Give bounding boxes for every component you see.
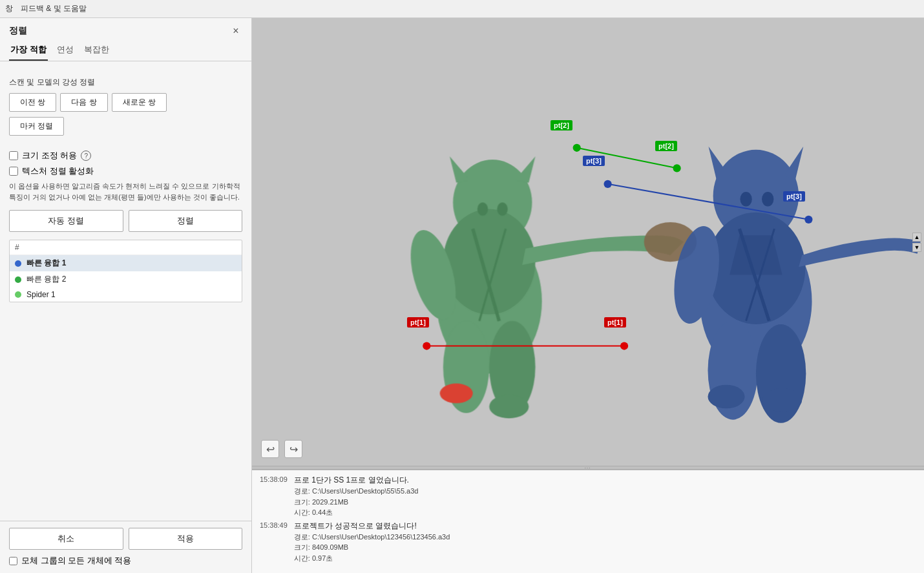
svg-point-5 bbox=[443, 209, 536, 315]
list-item-2[interactable]: Spider 1 bbox=[10, 287, 242, 302]
redo-button[interactable]: ↪ bbox=[284, 440, 302, 458]
tab-complex[interactable]: 복잡한 bbox=[83, 41, 110, 61]
footer-buttons-row: 취소 적용 bbox=[9, 528, 242, 550]
log-time-0: 15:38:09 bbox=[260, 474, 288, 518]
marker-align-button[interactable]: 마커 정렬 bbox=[9, 117, 64, 136]
svg-point-24 bbox=[740, 192, 751, 206]
log-line-1-1: 경로: C:\Users\User\Desktop\123456\123456.… bbox=[294, 532, 450, 543]
main-layout: 정렬 × 가장 적합 연성 복잡한 스캔 및 모델의 강성 정렬 이전 쌍 다음… bbox=[0, 18, 924, 573]
section-scan-model-title: 스캔 및 모델의 강성 정렬 bbox=[9, 77, 242, 88]
log-content-1: 프로젝트가 성공적으로 열렸습니다! 경로: C:\Users\User\Des… bbox=[294, 520, 450, 564]
tab-best-fit[interactable]: 가장 적합 bbox=[9, 41, 48, 61]
dot-blue-0 bbox=[15, 260, 21, 267]
log-line-1-0: 프로젝트가 성공적으로 열렸습니다! bbox=[294, 520, 450, 532]
texture-align-row: 텍스처 정렬 활성화 bbox=[9, 165, 242, 177]
cancel-button[interactable]: 취소 bbox=[9, 528, 123, 550]
item-label-2: Spider 1 bbox=[26, 290, 56, 299]
undo-button[interactable]: ↩ bbox=[261, 440, 279, 458]
prev-pair-button[interactable]: 이전 쌍 bbox=[9, 93, 56, 112]
svg-point-12 bbox=[478, 202, 488, 215]
viewport-background bbox=[252, 18, 924, 466]
svg-point-10 bbox=[440, 384, 473, 404]
right-area: pt[1] pt[1] pt[2] pt[2] pt[3] pt[3] ↩ ↪ … bbox=[252, 18, 924, 573]
log-entry-1: 15:38:49 프로젝트가 성공적으로 열렸습니다! 경로: C:\Users… bbox=[260, 520, 916, 564]
log-entry-0: 15:38:09 프로 1단가 SS 1프로 열었습니다. 경로: C:\Use… bbox=[260, 474, 916, 518]
svg-point-29 bbox=[423, 342, 430, 349]
left-panel: 정렬 × 가장 적합 연성 복잡한 스캔 및 모델의 강성 정렬 이전 쌍 다음… bbox=[0, 18, 252, 573]
log-line-1-2: 크기: 8409.09MB bbox=[294, 542, 450, 553]
action-buttons-row: 자동 정렬 정렬 bbox=[9, 210, 242, 232]
log-line-0-3: 시간: 0.44초 bbox=[294, 507, 419, 518]
scrollbar-container: ▲ ▼ bbox=[912, 233, 921, 252]
svg-point-34 bbox=[804, 216, 812, 224]
title-bar: 창 피드백 & 및 도움말 bbox=[0, 0, 924, 18]
viewport[interactable]: pt[1] pt[1] pt[2] pt[2] pt[3] pt[3] ↩ ↪ … bbox=[252, 18, 924, 466]
apply-all-label: 모체 그룹의 모든 개체에 적용 bbox=[21, 555, 131, 567]
svg-point-25 bbox=[762, 192, 773, 206]
objects-list-container: # 빠른 융합 1 빠른 융합 2 Spider 1 bbox=[9, 240, 242, 302]
menu-item-feedback[interactable]: 피드백 & 및 도움말 bbox=[21, 3, 87, 14]
log-line-0-2: 크기: 2029.21MB bbox=[294, 497, 419, 508]
list-item-0[interactable]: 빠른 융합 1 bbox=[10, 255, 242, 271]
size-adjust-label: 크기 조정 허용 bbox=[22, 150, 77, 161]
panel-title: 정렬 bbox=[9, 25, 27, 37]
viewport-controls: ↩ ↪ bbox=[261, 440, 302, 458]
new-pair-button[interactable]: 새로운 쌍 bbox=[112, 93, 167, 112]
apply-button[interactable]: 적용 bbox=[129, 528, 243, 550]
texture-align-label: 텍스처 정렬 활성화 bbox=[22, 165, 94, 177]
svg-point-22 bbox=[708, 385, 744, 409]
size-adjust-checkbox[interactable] bbox=[9, 151, 18, 160]
log-line-0-1: 경로: C:\Users\User\Desktop\55\55.a3d bbox=[294, 486, 419, 497]
dot-lightgreen-2 bbox=[15, 291, 21, 298]
item-label-0: 빠른 융합 1 bbox=[26, 258, 66, 269]
objects-list-header: # bbox=[10, 240, 242, 255]
apply-all-checkbox[interactable] bbox=[9, 557, 17, 565]
apply-all-row: 모체 그룹의 모든 개체에 적용 bbox=[9, 555, 242, 567]
align-button[interactable]: 정렬 bbox=[129, 210, 243, 232]
dot-green-1 bbox=[15, 276, 21, 283]
log-content-0: 프로 1단가 SS 1프로 열었습니다. 경로: C:\Users\User\D… bbox=[294, 474, 419, 518]
scroll-up-arrow[interactable]: ▲ bbox=[912, 233, 921, 242]
svg-point-31 bbox=[573, 144, 581, 152]
item-label-1: 빠른 융합 2 bbox=[26, 274, 66, 285]
scroll-down-arrow[interactable]: ▼ bbox=[912, 243, 921, 252]
tab-flexible[interactable]: 연성 bbox=[56, 41, 75, 61]
svg-point-13 bbox=[497, 202, 507, 215]
log-line-1-3: 시간: 0.97초 bbox=[294, 553, 450, 564]
log-line-0-0: 프로 1단가 SS 1프로 열었습니다. bbox=[294, 474, 419, 486]
log-time-1: 15:38:49 bbox=[260, 520, 288, 564]
svg-point-11 bbox=[489, 395, 529, 419]
list-item-1[interactable]: 빠른 융합 2 bbox=[10, 271, 242, 287]
panel-footer: 취소 적용 모체 그룹의 모든 개체에 적용 bbox=[0, 521, 251, 573]
svg-point-33 bbox=[604, 180, 611, 188]
size-adjust-row: 크기 조정 허용 ? bbox=[9, 150, 242, 161]
close-button[interactable]: × bbox=[229, 25, 242, 37]
next-pair-button[interactable]: 다음 쌍 bbox=[60, 93, 107, 112]
size-adjust-help-icon[interactable]: ? bbox=[81, 151, 91, 161]
menu-item-window[interactable]: 창 bbox=[5, 3, 13, 14]
log-panel: 15:38:09 프로 1단가 SS 1프로 열었습니다. 경로: C:\Use… bbox=[252, 470, 924, 573]
texture-align-checkbox[interactable] bbox=[9, 167, 18, 176]
svg-point-30 bbox=[620, 342, 628, 349]
auto-align-button[interactable]: 자동 정렬 bbox=[9, 210, 123, 232]
pair-buttons-row: 이전 쌍 다음 쌍 새로운 쌍 bbox=[9, 93, 242, 112]
marker-align-wrapper: 마커 정렬 bbox=[9, 117, 242, 136]
svg-point-23 bbox=[762, 388, 802, 412]
svg-point-32 bbox=[673, 164, 680, 172]
panel-header: 정렬 × bbox=[0, 18, 251, 41]
panel-content: 스캔 및 모델의 강성 정렬 이전 쌍 다음 쌍 새로운 쌍 마커 정렬 크기 … bbox=[0, 67, 251, 521]
tabs-container: 가장 적합 연성 복잡한 bbox=[0, 41, 251, 61]
texture-description: 이 옵션을 사용하면 알고리즘 속도가 현저히 느려질 수 있으므로 기하학적 … bbox=[9, 181, 242, 202]
